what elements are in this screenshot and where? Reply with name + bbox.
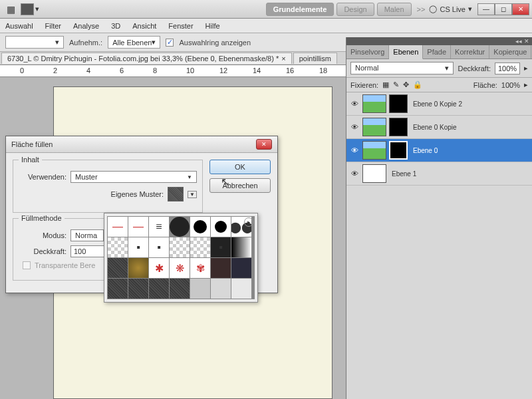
pattern-swatch[interactable]: ▪ — [149, 237, 169, 257]
pattern-swatch[interactable] — [190, 237, 210, 257]
opacity-slider-icon[interactable]: ▸ — [524, 64, 528, 72]
lock-move-icon[interactable]: ✥ — [403, 80, 409, 89]
doc-tab-1[interactable]: 6730_L © Dmitry Pichugin - Fotolia.com.j… — [1, 53, 292, 64]
pattern-swatch[interactable]: — — [108, 217, 128, 237]
panel-tabs: Pinselvorg Ebenen Pfade Korrektur Kopier… — [346, 45, 532, 59]
dialog-titlebar[interactable]: Fläche füllen ✕ — [6, 136, 277, 153]
app-logo-icon: ▦ — [7, 4, 15, 15]
lock-all-icon[interactable]: 🔒 — [413, 80, 422, 89]
pattern-swatch[interactable] — [149, 279, 169, 299]
pattern-swatch[interactable]: ✾ — [190, 258, 210, 278]
checkbox-ring[interactable]: ✓ — [166, 39, 174, 47]
fill-input[interactable]: 100% — [501, 81, 520, 89]
opacity-input[interactable]: 100% — [495, 63, 520, 74]
layer-row[interactable]: 👁 Ebene 0 Kopie 2 — [346, 92, 532, 116]
menu-hilfe[interactable]: Hilfe — [205, 22, 220, 30]
lock-transparent-icon[interactable]: ▦ — [382, 80, 389, 89]
dropdown-icon[interactable]: ▾ — [35, 5, 39, 13]
cslive-button[interactable]: ◯CS Live▾ — [429, 5, 472, 13]
visibility-icon[interactable]: 👁 — [349, 123, 360, 131]
ring-label: Auswahlring anzeigen — [179, 39, 251, 47]
fill-slider-icon[interactable]: ▸ — [524, 80, 528, 89]
pattern-swatch[interactable] — [231, 279, 251, 299]
pattern-swatch[interactable] — [231, 237, 251, 257]
pattern-swatch[interactable] — [211, 258, 231, 278]
pattern-swatch[interactable] — [190, 279, 210, 299]
pattern-swatch[interactable] — [108, 258, 128, 278]
mask-thumbnail[interactable] — [389, 141, 408, 160]
visibility-icon[interactable]: 👁 — [349, 146, 360, 154]
layer-thumbnail[interactable] — [362, 118, 386, 136]
pattern-swatch[interactable]: ▪ — [128, 237, 148, 257]
cancel-button[interactable]: Abbrechen — [209, 178, 271, 193]
modus-select[interactable]: Norma — [70, 229, 104, 241]
pattern-swatch[interactable] — [170, 217, 190, 237]
tab-kopier[interactable]: Kopierque — [489, 45, 531, 59]
layer-thumbnail[interactable] — [362, 141, 386, 160]
tab-pinsel[interactable]: Pinselvorg — [346, 45, 389, 59]
lock-paint-icon[interactable]: ✎ — [393, 80, 399, 89]
panel-collapse-bar[interactable]: ◂◂ ✕ — [346, 37, 532, 45]
visibility-icon[interactable]: 👁 — [349, 100, 360, 108]
menu-filter[interactable]: Filter — [45, 22, 61, 30]
layer-row[interactable]: 👁 Ebene 0 — [346, 139, 532, 162]
fix-label: Fixieren: — [350, 81, 378, 89]
swatch-icon[interactable] — [21, 3, 34, 15]
pattern-swatch[interactable]: ▪ — [211, 237, 231, 257]
pattern-swatch[interactable] — [231, 258, 251, 278]
menu-fenster[interactable]: Fenster — [168, 22, 193, 30]
workspace-tab-malen[interactable]: Malen — [377, 3, 412, 16]
doc-tab-2[interactable]: pointillism — [293, 53, 337, 64]
layer-thumbnail[interactable] — [362, 164, 386, 183]
pattern-swatch[interactable] — [211, 279, 231, 299]
layer-name[interactable]: Ebene 1 — [392, 170, 416, 178]
dialog-close-button[interactable]: ✕ — [256, 139, 272, 150]
menu-ansicht[interactable]: Ansicht — [132, 22, 156, 30]
pattern-swatch[interactable]: — — [128, 217, 148, 237]
pattern-swatch[interactable] — [211, 217, 231, 237]
verwenden-select[interactable]: Muster▼ — [70, 171, 197, 183]
tab-korrektur[interactable]: Korrektur — [451, 45, 489, 59]
maximize-button[interactable]: ◻ — [495, 3, 512, 15]
pattern-swatch[interactable] — [190, 217, 210, 237]
sample-layers-select[interactable]: Alle Ebenen▾ — [108, 36, 160, 49]
tab-ebenen[interactable]: Ebenen — [389, 45, 423, 59]
pattern-swatch[interactable]: ✱ — [149, 258, 169, 278]
workspace-tab-design[interactable]: Design — [336, 3, 374, 16]
ok-button[interactable]: OK — [209, 160, 271, 174]
flaeche-label: Fläche: — [473, 81, 497, 89]
close-tab-icon[interactable]: × — [281, 55, 285, 63]
layer-name[interactable]: Ebene 0 Kopie — [413, 124, 457, 131]
pattern-picker-arrow[interactable]: ▼ — [188, 191, 197, 198]
close-button[interactable]: ✕ — [512, 3, 529, 15]
layer-name[interactable]: Ebene 0 Kopie 2 — [413, 100, 462, 108]
tab-pfade[interactable]: Pfade — [423, 45, 451, 59]
pattern-swatch[interactable] — [170, 279, 190, 299]
pattern-swatch[interactable] — [168, 187, 184, 201]
workspace-more[interactable]: >> — [417, 5, 426, 13]
menu-analyse[interactable]: Analyse — [73, 22, 99, 30]
pattern-swatch[interactable]: ≡ — [149, 217, 169, 237]
pattern-swatch[interactable] — [108, 279, 128, 299]
layer-row[interactable]: 👁 Ebene 1 — [346, 162, 532, 186]
mask-thumbnail[interactable] — [389, 94, 408, 113]
menu-auswahl[interactable]: Auswahl — [5, 22, 33, 30]
mask-thumbnail[interactable] — [389, 118, 408, 136]
layer-row[interactable]: 👁 Ebene 0 Kopie — [346, 116, 532, 139]
pattern-swatch[interactable] — [170, 237, 190, 257]
pattern-swatch[interactable] — [128, 258, 148, 278]
menu-3d[interactable]: 3D — [111, 22, 120, 30]
pattern-swatch[interactable]: ❋ — [170, 258, 190, 278]
inhalt-fieldset: Inhalt Verwenden: Muster▼ Eigenes Muster… — [13, 160, 203, 213]
layer-name[interactable]: Ebene 0 — [413, 147, 438, 154]
layer-thumbnail[interactable] — [362, 94, 386, 113]
pattern-menu-icon[interactable]: ▸ — [244, 217, 253, 227]
pattern-swatch[interactable] — [108, 237, 128, 257]
transparent-checkbox[interactable] — [23, 261, 31, 269]
minimize-button[interactable]: — — [477, 3, 495, 15]
blend-mode-select[interactable]: Normal▾ — [350, 62, 454, 74]
option-field[interactable]: ▾ — [5, 36, 64, 49]
workspace-tab-grundelemente[interactable]: Grundelemente — [266, 3, 334, 16]
visibility-icon[interactable]: 👁 — [349, 170, 360, 178]
pattern-swatch[interactable] — [128, 279, 148, 299]
